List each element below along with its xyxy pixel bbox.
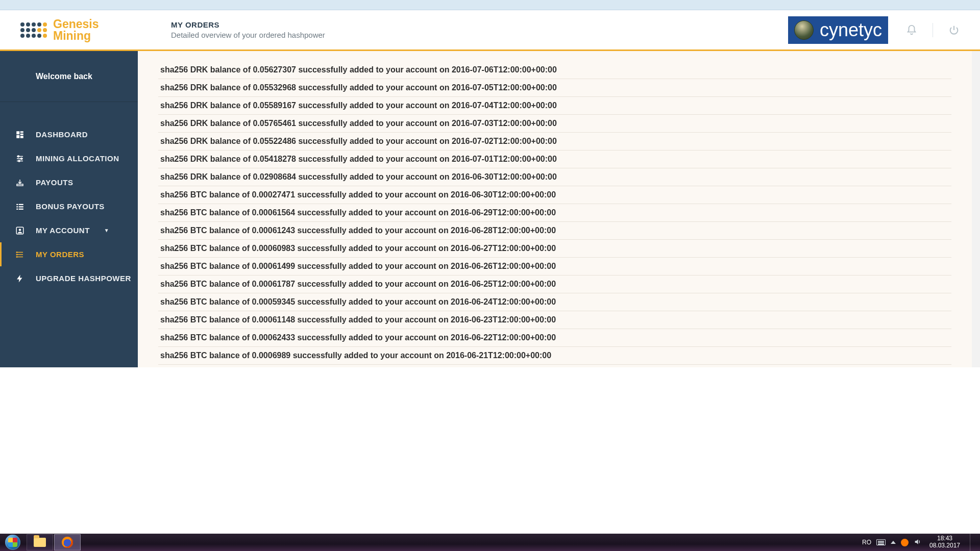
- nav-payouts[interactable]: PAYOUTS: [0, 170, 138, 194]
- orders-icon: [15, 250, 24, 259]
- clock-date: 08.03.2017: [927, 542, 963, 549]
- nav-label: MINING ALLOCATION: [36, 154, 119, 163]
- svg-point-5: [18, 156, 19, 157]
- svg-rect-14: [19, 208, 23, 209]
- order-row: sha256 DRK balance of 0.05532968 success…: [158, 79, 951, 96]
- order-row: sha256 BTC balance of 0.00027471 success…: [158, 186, 951, 204]
- svg-rect-11: [16, 206, 18, 207]
- order-row: sha256 DRK balance of 0.02908684 success…: [158, 168, 951, 186]
- avatar: [794, 20, 814, 40]
- windows-orb-icon: [5, 535, 20, 550]
- volume-icon[interactable]: [914, 538, 922, 547]
- logo[interactable]: Genesis Mining: [20, 18, 171, 42]
- browser-chrome-strip: [0, 0, 980, 10]
- order-row: sha256 DRK balance of 0.05627307 success…: [158, 61, 951, 79]
- svg-rect-13: [16, 208, 18, 209]
- svg-rect-10: [19, 204, 23, 205]
- logo-text: Genesis Mining: [53, 18, 99, 42]
- nav-mining-allocation[interactable]: MINING ALLOCATION: [0, 146, 138, 170]
- nav-bonus-payouts[interactable]: BONUS PAYOUTS: [0, 194, 138, 218]
- svg-rect-1: [20, 131, 23, 133]
- logo-line2: Mining: [53, 30, 99, 42]
- svg-rect-12: [19, 206, 23, 207]
- keyboard-icon[interactable]: [876, 539, 886, 545]
- order-row: sha256 BTC balance of 0.00070206 success…: [158, 364, 951, 367]
- svg-point-7: [18, 160, 20, 162]
- list-icon: [15, 202, 24, 211]
- nav-label: BONUS PAYOUTS: [36, 202, 105, 211]
- page-title: MY ORDERS: [171, 20, 788, 29]
- logo-line1: Genesis: [53, 18, 99, 30]
- order-row: sha256 BTC balance of 0.0006989 successf…: [158, 346, 951, 364]
- svg-rect-4: [20, 136, 23, 138]
- taskbar-explorer[interactable]: [27, 534, 53, 550]
- order-row: sha256 BTC balance of 0.00062433 success…: [158, 329, 951, 346]
- folder-icon: [34, 538, 46, 547]
- svg-rect-2: [20, 133, 23, 135]
- header-actions: [906, 23, 960, 37]
- nav-upgrade-hashpower[interactable]: UPGRADE HASHPOWER: [0, 266, 138, 290]
- nav-label: MY ORDERS: [36, 250, 84, 259]
- show-desktop-button[interactable]: [970, 534, 975, 551]
- order-row: sha256 DRK balance of 0.05765461 success…: [158, 114, 951, 132]
- windows-taskbar: RO 18:43 08.03.2017: [0, 534, 980, 551]
- dashboard-icon: [15, 130, 24, 139]
- scrollbar-track[interactable]: [972, 51, 980, 367]
- order-row: sha256 BTC balance of 0.00061564 success…: [158, 204, 951, 221]
- tray-app-icon[interactable]: [901, 539, 909, 546]
- order-row: sha256 DRK balance of 0.05589167 success…: [158, 96, 951, 114]
- separator: [933, 23, 933, 37]
- svg-rect-3: [16, 135, 19, 138]
- nav: DASHBOARD MINING ALLOCATION PAYOUTS BONU…: [0, 102, 138, 290]
- nav-my-account[interactable]: MY ACCOUNT ▼: [0, 218, 138, 242]
- system-tray: RO 18:43 08.03.2017: [862, 534, 980, 551]
- nav-label: PAYOUTS: [36, 178, 74, 187]
- app-body: Welcome back DASHBOARD MINING ALLOCATION…: [0, 51, 980, 367]
- nav-label: DASHBOARD: [36, 130, 88, 139]
- clock-time: 18:43: [927, 535, 963, 542]
- download-icon: [15, 178, 24, 187]
- app-header: Genesis Mining MY ORDERS Detailed overvi…: [0, 10, 980, 51]
- order-row: sha256 BTC balance of 0.00061243 success…: [158, 221, 951, 239]
- firefox-icon: [62, 537, 73, 548]
- order-row: sha256 DRK balance of 0.05522486 success…: [158, 132, 951, 150]
- order-row: sha256 DRK balance of 0.05418278 success…: [158, 150, 951, 168]
- user-icon: [15, 226, 24, 235]
- order-row: sha256 BTC balance of 0.00060983 success…: [158, 239, 951, 257]
- svg-point-6: [21, 158, 22, 159]
- nav-my-orders[interactable]: MY ORDERS: [0, 242, 138, 266]
- chevron-down-icon: ▼: [104, 228, 109, 233]
- sidebar: Welcome back DASHBOARD MINING ALLOCATION…: [0, 51, 138, 367]
- orders-list[interactable]: sha256 DRK balance of 0.05627307 success…: [138, 51, 972, 367]
- page-subtitle: Detailed overview of your ordered hashpo…: [171, 31, 788, 39]
- logo-mark: [20, 22, 47, 38]
- nav-label: MY ACCOUNT: [36, 226, 90, 235]
- taskbar-firefox[interactable]: [54, 534, 81, 550]
- svg-point-16: [19, 229, 21, 231]
- taskbar-clock[interactable]: 18:43 08.03.2017: [927, 535, 963, 549]
- svg-rect-9: [16, 204, 18, 205]
- svg-rect-8: [17, 184, 23, 186]
- order-row: sha256 BTC balance of 0.00061499 success…: [158, 257, 951, 275]
- show-hidden-icons[interactable]: [891, 541, 896, 544]
- input-language[interactable]: RO: [862, 539, 871, 546]
- nav-dashboard[interactable]: DASHBOARD: [0, 122, 138, 146]
- username: cynetyc: [820, 19, 882, 41]
- order-row: sha256 BTC balance of 0.00061787 success…: [158, 275, 951, 293]
- svg-rect-0: [16, 131, 19, 134]
- welcome-text: Welcome back: [0, 51, 138, 102]
- order-row: sha256 BTC balance of 0.00061148 success…: [158, 311, 951, 329]
- user-badge[interactable]: cynetyc: [788, 16, 888, 44]
- blank-area: [0, 367, 980, 525]
- start-button[interactable]: [0, 534, 26, 551]
- notifications-icon[interactable]: [906, 24, 917, 36]
- logout-icon[interactable]: [948, 24, 960, 36]
- bolt-icon: [15, 274, 24, 283]
- sliders-icon: [15, 154, 24, 163]
- page-heading: MY ORDERS Detailed overview of your orde…: [171, 20, 788, 39]
- order-row: sha256 BTC balance of 0.00059345 success…: [158, 293, 951, 311]
- nav-label: UPGRADE HASHPOWER: [36, 274, 131, 283]
